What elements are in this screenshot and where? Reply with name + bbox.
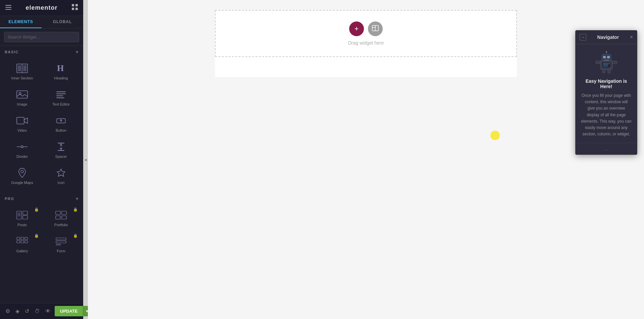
main-canvas: + Drag widget here xyxy=(88,0,644,319)
text-editor-icon xyxy=(55,89,67,100)
layers-icon[interactable]: ◈ xyxy=(14,307,21,316)
svg-rect-3 xyxy=(72,4,74,6)
widget-text-editor[interactable]: Text Editor xyxy=(42,84,80,110)
widget-form[interactable]: 🔒 Form xyxy=(42,231,80,257)
svg-point-21 xyxy=(21,146,23,148)
video-icon xyxy=(16,116,28,126)
basic-widgets-grid: Inner Section H Heading xyxy=(0,57,83,190)
menu-icon[interactable] xyxy=(5,4,11,11)
lock-icon-portfolio: 🔒 xyxy=(73,207,78,212)
section-header-basic[interactable]: BASIC ▾ xyxy=(0,46,83,57)
widget-video[interactable]: Video xyxy=(3,110,42,136)
navigator-heading: Easy Navigation is Here! xyxy=(581,78,632,89)
google-maps-icon xyxy=(16,168,28,178)
lock-icon-form: 🔒 xyxy=(73,234,78,238)
pro-widgets-grid: 🔒 Posts 🔒 xyxy=(0,203,83,258)
search-input[interactable] xyxy=(4,32,79,42)
svg-rect-12 xyxy=(17,91,28,98)
svg-rect-40 xyxy=(25,237,28,240)
heading-icon: H xyxy=(55,63,67,73)
inner-section-icon xyxy=(16,63,28,73)
app-logo: elementor xyxy=(25,4,57,11)
posts-icon xyxy=(16,210,28,220)
svg-rect-0 xyxy=(5,5,11,6)
widget-posts-label: Posts xyxy=(17,223,27,227)
sidebar-collapse-handle[interactable]: ◀ xyxy=(83,0,88,319)
navigator-footer: ... xyxy=(576,143,637,154)
widget-image[interactable]: Image xyxy=(3,84,42,110)
settings-icon[interactable]: ⚙ xyxy=(4,307,11,316)
portfolio-icon xyxy=(55,210,67,220)
update-button-group: UPDATE ▾ xyxy=(55,306,91,316)
tab-elements[interactable]: ELEMENTS xyxy=(0,16,42,28)
svg-rect-6 xyxy=(75,8,78,10)
sidebar-header: elementor xyxy=(0,0,83,16)
widget-image-label: Image xyxy=(17,102,28,106)
drop-zone: + Drag widget here xyxy=(215,10,517,57)
widget-portfolio[interactable]: 🔒 Portfolio xyxy=(42,205,80,231)
svg-point-56 xyxy=(606,51,607,53)
template-icon xyxy=(372,25,379,33)
svg-rect-45 xyxy=(56,241,66,243)
sidebar-tabs: ELEMENTS GLOBAL xyxy=(0,16,83,28)
undo-icon[interactable]: ↺ xyxy=(23,307,31,316)
svg-rect-41 xyxy=(17,241,20,243)
svg-rect-32 xyxy=(23,211,28,215)
svg-rect-44 xyxy=(56,238,66,240)
chevron-down-icon-pro: ▾ xyxy=(76,196,79,201)
svg-rect-35 xyxy=(62,211,66,214)
widget-button-label: Button xyxy=(56,128,66,132)
widget-heading[interactable]: H Heading xyxy=(42,58,80,84)
navigator-minimize-button[interactable]: − xyxy=(580,34,586,41)
page-container: + Drag widget here xyxy=(215,10,517,77)
svg-rect-4 xyxy=(75,4,78,6)
widget-posts[interactable]: 🔒 Posts xyxy=(3,205,42,231)
widget-inner-section-label: Inner Section xyxy=(11,76,33,80)
navigator-close-button[interactable]: × xyxy=(630,34,633,40)
widget-text-editor-label: Text Editor xyxy=(52,102,70,106)
navigator-body: Easy Navigation is Here! Once you fill y… xyxy=(576,44,637,143)
plus-icon: + xyxy=(355,25,359,33)
update-button[interactable]: UPDATE xyxy=(55,306,83,316)
svg-rect-52 xyxy=(603,56,606,58)
svg-rect-2 xyxy=(5,9,11,10)
widget-spacer[interactable]: Spacer xyxy=(42,136,80,163)
navigator-description: Once you fill your page with content, th… xyxy=(581,92,632,137)
button-icon xyxy=(55,116,67,126)
widget-inner-section[interactable]: Inner Section xyxy=(3,58,42,84)
template-button[interactable] xyxy=(368,21,383,36)
widget-gallery-label: Gallery xyxy=(16,249,28,253)
widget-icon[interactable]: Icon xyxy=(42,163,80,189)
svg-rect-39 xyxy=(21,237,24,240)
section-header-pro[interactable]: PRO ▾ xyxy=(0,193,83,203)
history-icon[interactable]: ⏱ xyxy=(33,307,41,316)
grid-icon[interactable] xyxy=(72,4,78,12)
svg-rect-42 xyxy=(21,241,24,243)
preview-icon[interactable]: 👁 xyxy=(44,307,52,316)
svg-rect-34 xyxy=(56,211,60,214)
widget-gallery[interactable]: 🔒 Gallery xyxy=(3,231,42,257)
spacer-icon xyxy=(55,142,67,152)
add-widget-button[interactable]: + xyxy=(349,21,364,36)
gallery-icon xyxy=(16,236,28,246)
widget-divider[interactable]: Divider xyxy=(3,136,42,163)
lock-icon: 🔒 xyxy=(34,207,39,212)
svg-rect-54 xyxy=(604,60,609,61)
widget-google-maps[interactable]: Google Maps xyxy=(3,163,42,189)
svg-rect-53 xyxy=(607,56,610,58)
svg-rect-5 xyxy=(72,8,74,10)
widget-button[interactable]: Button xyxy=(42,110,80,136)
widget-divider-label: Divider xyxy=(16,154,28,158)
navigator-panel: − Navigator × xyxy=(575,30,637,155)
svg-rect-60 xyxy=(608,69,610,73)
chevron-down-icon: ▾ xyxy=(76,49,79,55)
svg-rect-43 xyxy=(25,241,28,243)
drop-zone-label: Drag widget here xyxy=(348,40,384,46)
tab-global[interactable]: GLOBAL xyxy=(42,16,83,28)
navigator-title: Navigator xyxy=(597,35,619,40)
widget-heading-label: Heading xyxy=(54,76,68,80)
canvas-inner: + Drag widget here xyxy=(88,0,644,319)
divider-icon xyxy=(16,142,28,152)
svg-rect-28 xyxy=(17,211,21,219)
svg-rect-10 xyxy=(23,65,26,71)
